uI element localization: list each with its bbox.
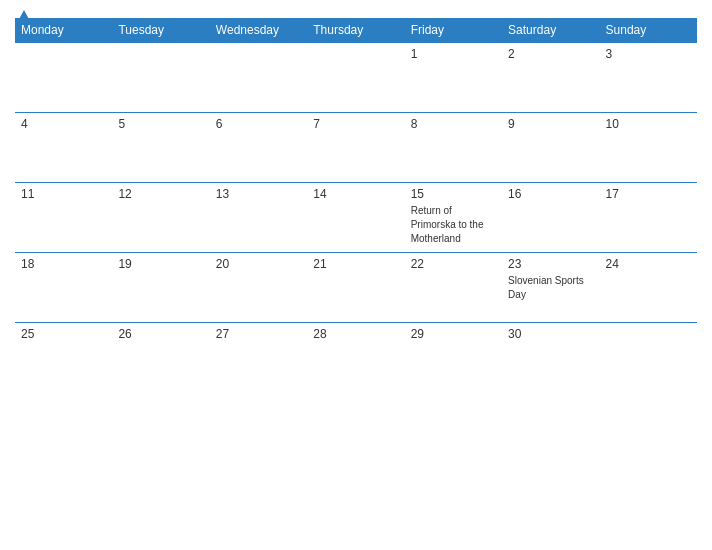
calendar-cell: 20 — [210, 253, 307, 323]
day-number: 18 — [21, 257, 106, 271]
calendar-cell: 12 — [112, 183, 209, 253]
calendar-cell: 28 — [307, 323, 404, 393]
calendar-cell: 27 — [210, 323, 307, 393]
calendar-cell: 25 — [15, 323, 112, 393]
calendar-cell: 17 — [600, 183, 697, 253]
calendar-cell: 29 — [405, 323, 502, 393]
day-number: 15 — [411, 187, 496, 201]
day-number: 2 — [508, 47, 593, 61]
day-number: 23 — [508, 257, 593, 271]
weekday-wednesday: Wednesday — [210, 18, 307, 43]
calendar-cell: 10 — [600, 113, 697, 183]
calendar-cell: 26 — [112, 323, 209, 393]
calendar-cell: 4 — [15, 113, 112, 183]
day-number: 9 — [508, 117, 593, 131]
day-number: 25 — [21, 327, 106, 341]
calendar-cell: 6 — [210, 113, 307, 183]
calendar-cell: 15Return of Primorska to the Motherland — [405, 183, 502, 253]
calendar-cell: 16 — [502, 183, 599, 253]
logo-triangle-icon — [18, 10, 30, 21]
weekday-tuesday: Tuesday — [112, 18, 209, 43]
day-number: 12 — [118, 187, 203, 201]
calendar-cell: 1 — [405, 43, 502, 113]
calendar-body: 123456789101112131415Return of Primorska… — [15, 43, 697, 393]
calendar-cell: 8 — [405, 113, 502, 183]
calendar-cell: 5 — [112, 113, 209, 183]
day-number: 7 — [313, 117, 398, 131]
event-label: Slovenian Sports Day — [508, 275, 584, 300]
day-number: 5 — [118, 117, 203, 131]
logo — [15, 10, 30, 22]
calendar-cell: 21 — [307, 253, 404, 323]
calendar-cell: 13 — [210, 183, 307, 253]
day-number: 20 — [216, 257, 301, 271]
day-number: 29 — [411, 327, 496, 341]
day-number: 16 — [508, 187, 593, 201]
day-number: 3 — [606, 47, 691, 61]
calendar-cell: 22 — [405, 253, 502, 323]
week-row-2: 45678910 — [15, 113, 697, 183]
calendar-cell: 11 — [15, 183, 112, 253]
weekday-thursday: Thursday — [307, 18, 404, 43]
calendar-header: MondayTuesdayWednesdayThursdayFridaySatu… — [15, 18, 697, 43]
day-number: 26 — [118, 327, 203, 341]
event-label: Return of Primorska to the Motherland — [411, 205, 484, 244]
weekday-friday: Friday — [405, 18, 502, 43]
calendar-cell: 3 — [600, 43, 697, 113]
day-number: 30 — [508, 327, 593, 341]
day-number: 1 — [411, 47, 496, 61]
calendar-cell: 7 — [307, 113, 404, 183]
week-row-1: 123 — [15, 43, 697, 113]
calendar-cell: 23Slovenian Sports Day — [502, 253, 599, 323]
calendar-cell — [112, 43, 209, 113]
calendar-cell: 14 — [307, 183, 404, 253]
weekday-header-row: MondayTuesdayWednesdayThursdayFridaySatu… — [15, 18, 697, 43]
calendar-cell: 9 — [502, 113, 599, 183]
day-number: 11 — [21, 187, 106, 201]
week-row-3: 1112131415Return of Primorska to the Mot… — [15, 183, 697, 253]
day-number: 22 — [411, 257, 496, 271]
calendar-cell: 30 — [502, 323, 599, 393]
day-number: 19 — [118, 257, 203, 271]
day-number: 27 — [216, 327, 301, 341]
calendar-cell — [600, 323, 697, 393]
day-number: 13 — [216, 187, 301, 201]
week-row-5: 252627282930 — [15, 323, 697, 393]
calendar-cell: 24 — [600, 253, 697, 323]
day-number: 4 — [21, 117, 106, 131]
day-number: 21 — [313, 257, 398, 271]
day-number: 24 — [606, 257, 691, 271]
weekday-saturday: Saturday — [502, 18, 599, 43]
day-number: 14 — [313, 187, 398, 201]
day-number: 8 — [411, 117, 496, 131]
page: MondayTuesdayWednesdayThursdayFridaySatu… — [0, 0, 712, 550]
calendar-cell — [15, 43, 112, 113]
calendar-cell: 2 — [502, 43, 599, 113]
weekday-sunday: Sunday — [600, 18, 697, 43]
day-number: 28 — [313, 327, 398, 341]
calendar-cell: 18 — [15, 253, 112, 323]
calendar-table: MondayTuesdayWednesdayThursdayFridaySatu… — [15, 18, 697, 393]
calendar-cell: 19 — [112, 253, 209, 323]
calendar-cell — [307, 43, 404, 113]
day-number: 10 — [606, 117, 691, 131]
day-number: 6 — [216, 117, 301, 131]
day-number: 17 — [606, 187, 691, 201]
calendar-cell — [210, 43, 307, 113]
week-row-4: 181920212223Slovenian Sports Day24 — [15, 253, 697, 323]
